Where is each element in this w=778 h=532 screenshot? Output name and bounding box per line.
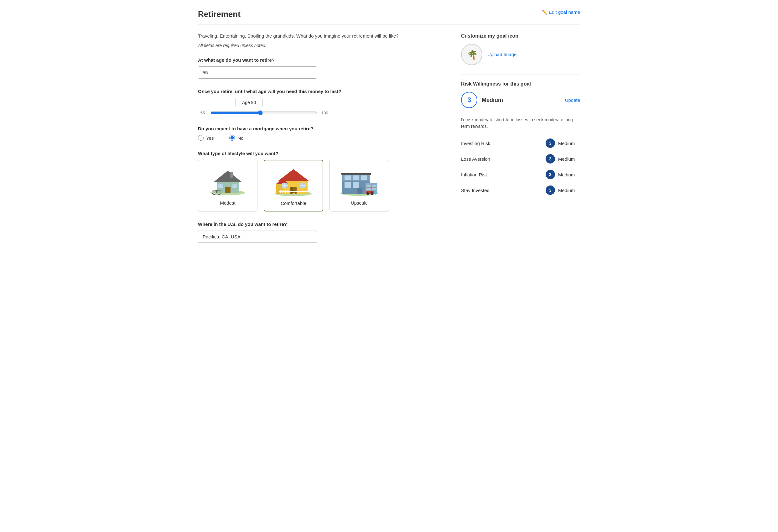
lifestyle-upscale-card[interactable]: Upscale [329, 160, 389, 212]
goal-icon-svg: 🌴 [465, 48, 478, 61]
customize-icon-title: Customize my goal icon [461, 33, 580, 39]
goal-icon-circle: 🌴 [461, 44, 482, 65]
retire-location-section: Where in the U.S. do you want to retire? [198, 222, 442, 243]
required-note: All fields are required unless noted. [198, 43, 442, 48]
comfortable-house-svg [273, 165, 314, 197]
slider-tooltip: Age 90 [236, 98, 262, 107]
modest-label: Modest [203, 200, 252, 206]
slider-wrapper[interactable] [211, 110, 317, 116]
svg-rect-39 [341, 173, 371, 175]
risk-item-stay-invested: Stay Invested 3 Medium [461, 182, 580, 198]
mortgage-radio-group: Yes No [198, 135, 442, 141]
svg-rect-31 [283, 190, 284, 193]
inflation-risk-badge: 3 [546, 170, 555, 179]
money-last-section: Once you retire, until what age will you… [198, 89, 442, 116]
retire-age-section: At what age do you want to retire? [198, 57, 442, 79]
svg-point-53 [371, 193, 373, 195]
svg-rect-30 [280, 190, 281, 193]
risk-item-loss-aversion: Loss Aversion 3 Medium [461, 151, 580, 167]
stay-invested-level: Medium [558, 188, 580, 193]
age-slider-container: Age 90 55 130 [198, 98, 329, 116]
loss-aversion-badge: 3 [546, 154, 555, 163]
stay-invested-label: Stay Invested [461, 188, 546, 193]
mortgage-label: Do you expect to have a mortgage when yo… [198, 126, 442, 131]
upscale-label: Upscale [335, 200, 384, 206]
description-text: Traveling. Entertaining. Spoiling the gr… [198, 33, 442, 39]
modest-house-image [207, 165, 248, 197]
modest-house-svg [207, 165, 248, 197]
mortgage-section: Do you expect to have a mortgage when yo… [198, 126, 442, 141]
update-link[interactable]: Update [565, 97, 580, 103]
mortgage-yes-radio[interactable] [198, 135, 204, 141]
investing-risk-badge: 3 [546, 139, 555, 148]
svg-rect-45 [353, 175, 359, 180]
risk-item-investing: Investing Risk 3 Medium [461, 135, 580, 151]
age-slider[interactable] [211, 110, 317, 115]
edit-goal-link[interactable]: ✏️ Edit goal name [542, 9, 580, 15]
lifestyle-grid: Modest [198, 160, 442, 212]
inflation-risk-label: Inflation Risk [461, 172, 546, 177]
svg-rect-33 [288, 190, 289, 193]
upscale-house-image [339, 165, 380, 197]
risk-level-row: 3 Medium Update [461, 92, 580, 108]
comfortable-house-image [273, 165, 314, 197]
retire-location-input[interactable] [198, 231, 317, 243]
upload-image-button[interactable]: Upload Image [487, 51, 517, 58]
mortgage-yes-option[interactable]: Yes [198, 135, 214, 141]
risk-item-inflation: Inflation Risk 3 Medium [461, 167, 580, 182]
risk-number-circle: 3 [461, 92, 477, 108]
retire-age-input[interactable] [198, 66, 317, 79]
slider-max: 130 [320, 110, 329, 115]
svg-rect-49 [357, 188, 362, 194]
inflation-risk-level: Medium [558, 172, 580, 177]
edit-icon: ✏️ [542, 10, 547, 15]
svg-rect-47 [344, 182, 351, 188]
svg-rect-18 [276, 183, 283, 194]
risk-items-list: Investing Risk 3 Medium Loss Aversion 3 … [461, 135, 580, 198]
money-last-label: Once you retire, until what age will you… [198, 89, 442, 94]
mortgage-yes-label: Yes [206, 135, 214, 141]
svg-rect-4 [225, 187, 231, 193]
loss-aversion-label: Loss Aversion [461, 156, 546, 162]
svg-text:🌴: 🌴 [467, 50, 478, 60]
page-title: Retirement [198, 9, 241, 19]
mortgage-no-radio[interactable] [229, 135, 235, 141]
lifestyle-modest-card[interactable]: Modest [198, 160, 257, 212]
svg-rect-3 [230, 172, 233, 178]
lifestyle-section: What type of lifestyle will you want? [198, 151, 442, 212]
upscale-house-svg [339, 165, 380, 197]
slider-min: 55 [198, 110, 207, 115]
right-column: Customize my goal icon 🌴 Upload Image Ri… [461, 33, 580, 253]
svg-marker-2 [214, 171, 242, 182]
left-column: Traveling. Entertaining. Spoiling the gr… [198, 33, 442, 253]
investing-risk-level: Medium [558, 141, 580, 146]
mortgage-no-label: No [237, 135, 243, 141]
svg-rect-22 [291, 187, 293, 194]
risk-divider [461, 112, 580, 112]
svg-rect-46 [361, 175, 367, 180]
svg-rect-32 [285, 190, 286, 193]
page-header: Retirement ✏️ Edit goal name [198, 9, 580, 24]
retire-age-label: At what age do you want to retire? [198, 57, 442, 63]
comfortable-label: Comfortable [269, 201, 318, 206]
risk-description: I'd risk moderate short-term losses to s… [461, 117, 580, 130]
mortgage-no-option[interactable]: No [229, 135, 243, 141]
retire-location-label: Where in the U.S. do you want to retire? [198, 222, 442, 227]
risk-title: Risk Willingness for this goal [461, 81, 580, 87]
loss-aversion-level: Medium [558, 156, 580, 162]
customize-icon-section: Customize my goal icon 🌴 Upload Image [461, 33, 580, 65]
icon-upload-row: 🌴 Upload Image [461, 44, 580, 65]
edit-goal-label: Edit goal name [549, 9, 580, 15]
risk-section: Risk Willingness for this goal 3 Medium … [461, 75, 580, 198]
svg-point-52 [367, 193, 369, 195]
lifestyle-comfortable-card[interactable]: Comfortable [264, 160, 323, 212]
svg-rect-48 [353, 182, 359, 188]
stay-invested-badge: 3 [546, 185, 555, 195]
lifestyle-label: What type of lifestyle will you want? [198, 151, 442, 156]
svg-rect-34 [293, 193, 295, 196]
risk-level-label: Medium [482, 97, 561, 103]
investing-risk-label: Investing Risk [461, 141, 546, 146]
svg-rect-44 [344, 175, 351, 180]
